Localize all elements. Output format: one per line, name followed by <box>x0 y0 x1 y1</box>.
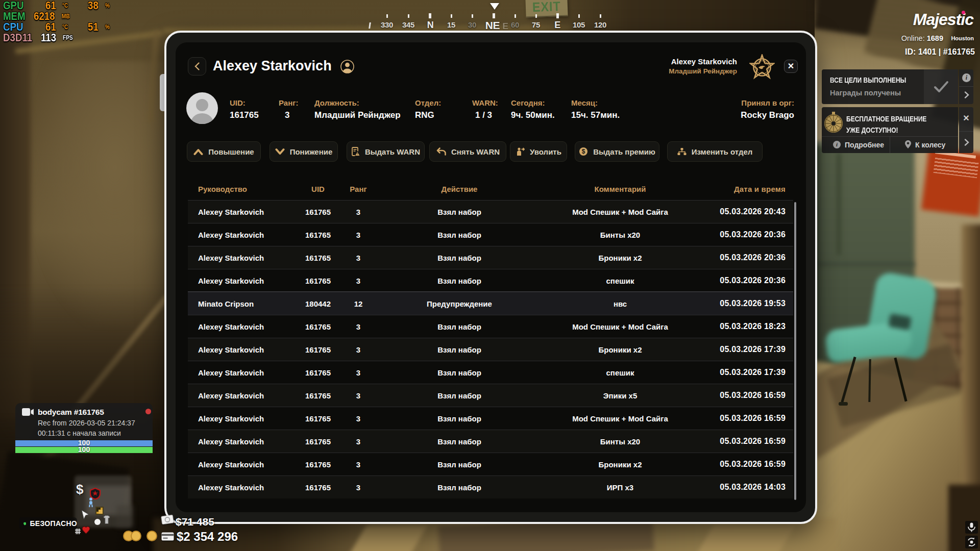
svg-text:$: $ <box>582 148 585 155</box>
